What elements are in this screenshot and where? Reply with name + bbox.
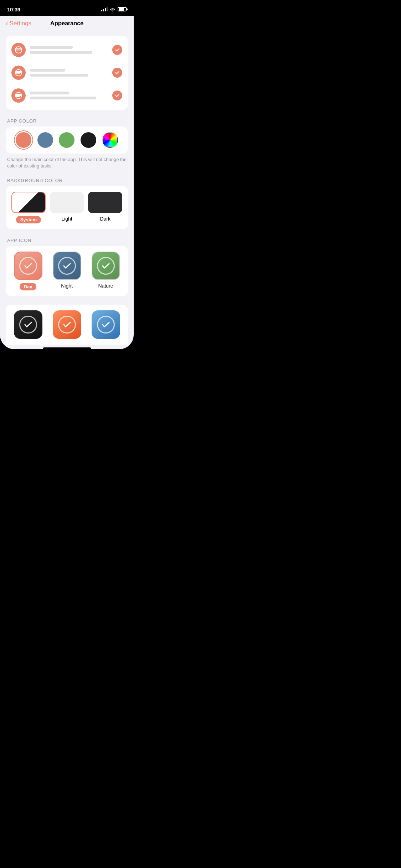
icon-label-day: Day bbox=[20, 283, 37, 290]
icon-label-night: Night bbox=[61, 283, 73, 289]
preview-lines-2 bbox=[30, 69, 108, 77]
dark-alt-checkmark bbox=[19, 316, 37, 334]
icon-option-dark-alt[interactable] bbox=[11, 310, 45, 339]
app-icon-night bbox=[53, 252, 81, 280]
preview-row-3 bbox=[11, 88, 122, 103]
content: APP COLOR Change the main color of the a… bbox=[0, 30, 134, 345]
bg-label-system: System bbox=[16, 216, 41, 223]
preview-lines-3 bbox=[30, 92, 108, 99]
battery-icon bbox=[118, 7, 127, 11]
bg-color-label: BACKGROUND COLOR bbox=[6, 178, 128, 183]
home-indicator bbox=[43, 347, 91, 349]
color-option-green[interactable] bbox=[59, 132, 74, 148]
icon-option-day[interactable]: Day bbox=[11, 252, 45, 290]
nature-icon-checkmark bbox=[97, 257, 115, 275]
app-icon-dark-alt bbox=[14, 310, 42, 339]
color-option-blue[interactable] bbox=[37, 132, 53, 148]
app-icon-label: APP ICON bbox=[6, 238, 128, 243]
color-option-black[interactable] bbox=[81, 132, 96, 148]
status-icons bbox=[101, 7, 127, 11]
wifi-icon bbox=[110, 7, 115, 11]
color-hint: Change the main color of the app. This w… bbox=[6, 156, 128, 169]
icon-option-night[interactable]: Night bbox=[50, 252, 83, 290]
back-button[interactable]: ‹ Settings bbox=[6, 20, 31, 27]
back-label: Settings bbox=[10, 20, 31, 27]
svg-point-4 bbox=[16, 48, 17, 50]
nav-bar: ‹ Settings Appearance bbox=[0, 16, 134, 30]
app-icon-orange bbox=[53, 310, 81, 339]
preview-line bbox=[30, 51, 92, 54]
day-icon-checkmark bbox=[19, 257, 37, 275]
preview-line bbox=[30, 74, 88, 77]
color-option-rainbow[interactable] bbox=[102, 132, 118, 148]
preview-icon-2 bbox=[11, 66, 26, 80]
bg-preview-system bbox=[11, 192, 46, 213]
app-icon-grid: Day Night bbox=[6, 246, 128, 296]
orange-checkmark bbox=[58, 316, 76, 334]
color-option-rose[interactable] bbox=[16, 132, 31, 148]
preview-check-2 bbox=[112, 68, 122, 78]
night-icon-checkmark bbox=[58, 257, 76, 275]
status-time: 10:39 bbox=[7, 6, 20, 12]
bg-label-light: Light bbox=[61, 216, 72, 222]
preview-row-1 bbox=[11, 43, 122, 57]
status-bar: 10:39 bbox=[0, 0, 134, 16]
preview-line bbox=[30, 92, 69, 94]
bg-label-dark: Dark bbox=[100, 216, 110, 222]
icon-option-blue2[interactable] bbox=[89, 310, 122, 339]
icon-label-nature: Nature bbox=[98, 283, 113, 289]
bg-option-system[interactable]: System bbox=[11, 192, 46, 223]
screen: ‹ Settings Appearance bbox=[0, 16, 134, 349]
chevron-left-icon: ‹ bbox=[6, 19, 8, 27]
blue2-checkmark bbox=[97, 316, 115, 334]
bg-option-light[interactable]: Light bbox=[50, 192, 84, 223]
app-icon-nature bbox=[92, 252, 120, 280]
preview-icon-3 bbox=[11, 88, 26, 103]
bg-color-card: System Light Dark bbox=[6, 186, 128, 229]
preview-row-2 bbox=[11, 66, 122, 80]
bg-preview-light bbox=[50, 192, 84, 213]
app-color-label: APP COLOR bbox=[6, 118, 128, 124]
preview-icon-1 bbox=[11, 43, 26, 57]
partial-icon-row bbox=[6, 305, 128, 345]
preview-line bbox=[30, 46, 73, 49]
preview-line bbox=[30, 97, 96, 99]
bg-option-dark[interactable]: Dark bbox=[88, 192, 122, 223]
color-picker-card bbox=[6, 126, 128, 154]
icon-option-orange[interactable] bbox=[50, 310, 83, 339]
page-title: Appearance bbox=[50, 20, 83, 27]
app-icon-blue2 bbox=[92, 310, 120, 339]
preview-card bbox=[6, 36, 128, 110]
app-icon-day bbox=[14, 252, 42, 280]
preview-line bbox=[30, 69, 65, 72]
preview-check-3 bbox=[112, 91, 122, 100]
icon-option-nature[interactable]: Nature bbox=[89, 252, 122, 290]
bg-preview-dark bbox=[88, 192, 122, 213]
signal-icon bbox=[101, 7, 108, 11]
preview-check-1 bbox=[112, 45, 122, 55]
preview-lines-1 bbox=[30, 46, 108, 54]
